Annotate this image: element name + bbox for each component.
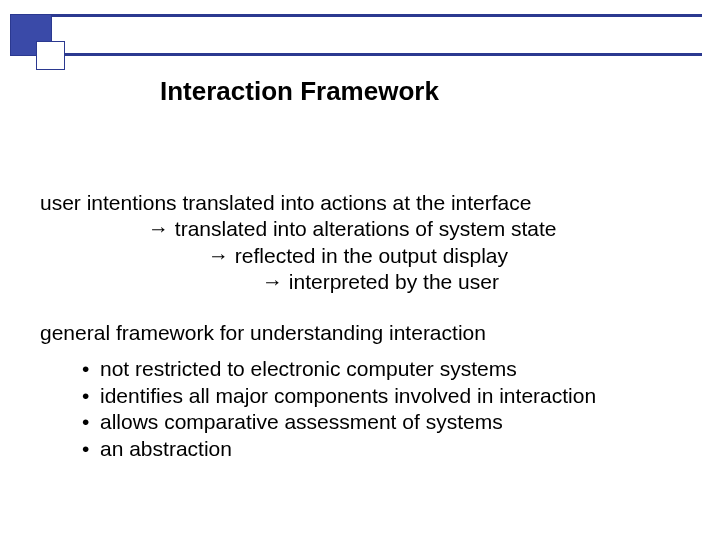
- top-rule-lower: [10, 53, 702, 56]
- flow-text-3: reflected in the output display: [229, 244, 508, 267]
- flow-line-1: user intentions translated into actions …: [40, 190, 690, 216]
- bullet-icon: •: [82, 436, 88, 462]
- bullet-icon: •: [82, 383, 88, 409]
- list-item: • not restricted to electronic computer …: [82, 356, 690, 382]
- list-item: • an abstraction: [82, 436, 690, 462]
- arrow-icon: →: [148, 217, 169, 240]
- bullet-icon: •: [82, 409, 88, 435]
- flow-line-3: → reflected in the output display: [40, 243, 690, 269]
- bullet-list: • not restricted to electronic computer …: [40, 356, 690, 462]
- bullet-icon: •: [82, 356, 88, 382]
- flow-text-2: translated into alterations of system st…: [169, 217, 557, 240]
- corner-square-small: [36, 41, 65, 70]
- slide-title: Interaction Framework: [160, 76, 439, 107]
- list-item: • allows comparative assessment of syste…: [82, 409, 690, 435]
- flow-line-4: → interpreted by the user: [40, 269, 690, 295]
- arrow-icon: →: [208, 244, 229, 267]
- list-item: • identifies all major components involv…: [82, 383, 690, 409]
- slide-body: user intentions translated into actions …: [40, 190, 690, 462]
- arrow-icon: →: [262, 270, 283, 293]
- bullet-text: identifies all major components involved…: [100, 383, 596, 409]
- top-rule-upper: [10, 14, 702, 17]
- flow-line-2: → translated into alterations of system …: [40, 216, 690, 242]
- bullet-text: allows comparative assessment of systems: [100, 409, 503, 435]
- subheading: general framework for understanding inte…: [40, 320, 690, 346]
- slide: Interaction Framework user intentions tr…: [0, 0, 720, 540]
- flow-text-4: interpreted by the user: [283, 270, 499, 293]
- bullet-text: not restricted to electronic computer sy…: [100, 356, 517, 382]
- bullet-text: an abstraction: [100, 436, 232, 462]
